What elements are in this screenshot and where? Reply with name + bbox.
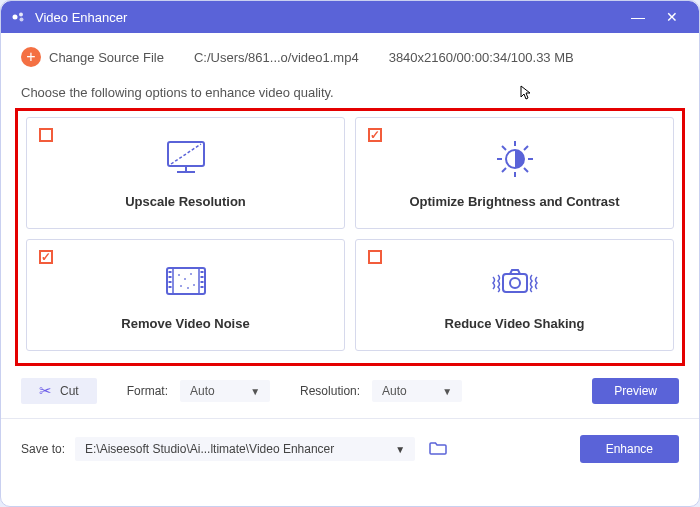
svg-point-30	[193, 284, 195, 286]
brightness-icon	[485, 138, 545, 180]
format-dropdown[interactable]: Auto ▼	[180, 380, 270, 402]
open-folder-button[interactable]	[425, 439, 451, 460]
option-brightness-title: Optimize Brightness and Contrast	[409, 194, 619, 209]
svg-point-1	[19, 13, 23, 17]
svg-point-27	[178, 274, 180, 276]
divider	[1, 418, 699, 419]
checkbox-shaking[interactable]	[368, 250, 382, 264]
resolution-label: Resolution:	[300, 384, 360, 398]
svg-line-12	[502, 146, 506, 150]
resolution-dropdown[interactable]: Auto ▼	[372, 380, 462, 402]
enhance-button[interactable]: Enhance	[580, 435, 679, 463]
app-title: Video Enhancer	[35, 10, 621, 25]
svg-rect-19	[168, 271, 171, 273]
app-icon	[11, 9, 27, 25]
save-path-dropdown[interactable]: E:\Aiseesoft Studio\Ai...ltimate\Video E…	[75, 437, 415, 461]
monitor-icon	[161, 138, 211, 180]
svg-rect-24	[200, 276, 203, 278]
enhance-label: Enhance	[606, 442, 653, 456]
preview-label: Preview	[614, 384, 657, 398]
svg-line-15	[524, 146, 528, 150]
svg-line-14	[502, 168, 506, 172]
option-upscale-title: Upscale Resolution	[125, 194, 246, 209]
svg-rect-20	[168, 276, 171, 278]
chevron-down-icon: ▼	[395, 444, 405, 455]
close-button[interactable]: ✕	[655, 9, 689, 25]
filmstrip-icon	[159, 260, 213, 302]
svg-rect-23	[200, 271, 203, 273]
option-remove-noise[interactable]: Remove Video Noise	[26, 239, 345, 351]
svg-point-0	[13, 15, 18, 20]
controls-row: ✂ Cut Format: Auto ▼ Resolution: Auto ▼ …	[1, 368, 699, 414]
svg-point-28	[184, 278, 186, 280]
camera-shake-icon	[485, 260, 545, 302]
change-source-label: Change Source File	[49, 50, 164, 65]
svg-rect-22	[168, 286, 171, 288]
svg-rect-33	[503, 274, 527, 292]
titlebar: Video Enhancer — ✕	[1, 1, 699, 33]
svg-line-6	[171, 144, 201, 164]
cut-button[interactable]: ✂ Cut	[21, 378, 97, 404]
resolution-value: Auto	[382, 384, 407, 398]
minimize-button[interactable]: —	[621, 9, 655, 25]
option-shaking-title: Reduce Video Shaking	[445, 316, 585, 331]
checkbox-noise[interactable]	[39, 250, 53, 264]
svg-point-29	[190, 273, 192, 275]
save-path-value: E:\Aiseesoft Studio\Ai...ltimate\Video E…	[85, 442, 334, 456]
svg-rect-26	[200, 286, 203, 288]
save-to-label: Save to:	[21, 442, 65, 456]
source-row: + Change Source File C:/Users/861...o/vi…	[1, 33, 699, 77]
option-reduce-shaking[interactable]: Reduce Video Shaking	[355, 239, 674, 351]
cursor-icon	[520, 85, 532, 104]
source-path: C:/Users/861...o/video1.mp4	[194, 50, 359, 65]
video-enhancer-window: Video Enhancer — ✕ + Change Source File …	[0, 0, 700, 507]
plus-icon: +	[21, 47, 41, 67]
instruction-text: Choose the following options to enhance …	[1, 77, 699, 106]
checkbox-brightness[interactable]	[368, 128, 382, 142]
svg-rect-21	[168, 281, 171, 283]
svg-line-13	[524, 168, 528, 172]
change-source-button[interactable]: + Change Source File	[21, 47, 164, 67]
svg-point-31	[180, 285, 182, 287]
preview-button[interactable]: Preview	[592, 378, 679, 404]
option-noise-title: Remove Video Noise	[121, 316, 249, 331]
option-upscale-resolution[interactable]: Upscale Resolution	[26, 117, 345, 229]
format-label: Format:	[127, 384, 168, 398]
svg-point-2	[20, 18, 24, 22]
option-brightness-contrast[interactable]: Optimize Brightness and Contrast	[355, 117, 674, 229]
format-value: Auto	[190, 384, 215, 398]
svg-point-34	[510, 278, 520, 288]
svg-point-32	[187, 287, 189, 289]
scissors-icon: ✂	[39, 382, 52, 400]
save-row: Save to: E:\Aiseesoft Studio\Ai...ltimat…	[1, 423, 699, 475]
svg-rect-25	[200, 281, 203, 283]
source-info: 3840x2160/00:00:34/100.33 MB	[389, 50, 574, 65]
chevron-down-icon: ▼	[250, 386, 260, 397]
enhance-options-grid: Upscale Resolution Optimize Brightness a…	[15, 108, 685, 366]
checkbox-upscale[interactable]	[39, 128, 53, 142]
cut-label: Cut	[60, 384, 79, 398]
chevron-down-icon: ▼	[442, 386, 452, 397]
